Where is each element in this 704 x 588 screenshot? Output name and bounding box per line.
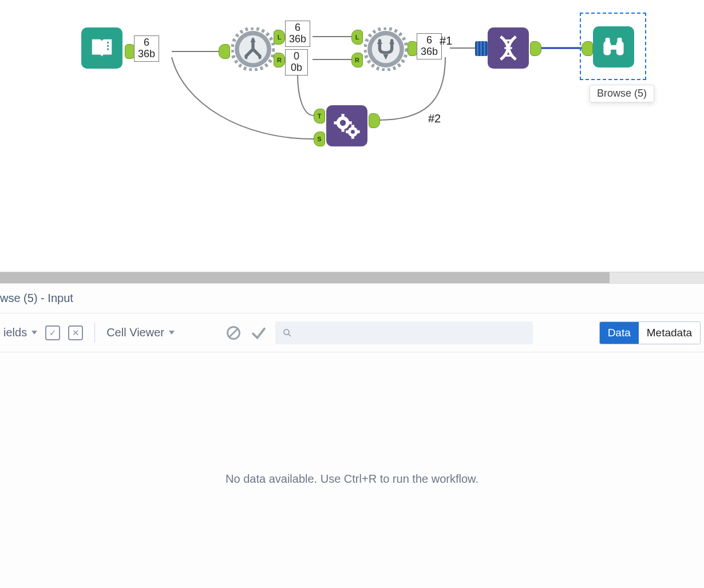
binoculars-icon — [600, 33, 627, 61]
results-toolbar: ields ✓ ✕ Cell Viewer — [0, 313, 704, 352]
deselect-all-icon[interactable]: ✕ — [68, 325, 83, 340]
svg-point-2 — [107, 48, 109, 50]
svg-rect-33 — [346, 130, 349, 133]
macro-in-s-anchor[interactable]: S — [314, 132, 325, 146]
browse-in-anchor[interactable] — [582, 41, 593, 56]
fields-dropdown[interactable]: ields — [3, 326, 37, 339]
union-out-tag: 6 36b — [417, 33, 442, 59]
caret-down-icon — [31, 331, 37, 335]
svg-rect-19 — [616, 41, 624, 55]
hash-1-label: #1 — [440, 34, 452, 47]
results-body: No data available. Use Ctrl+R to run the… — [0, 352, 704, 586]
svg-point-0 — [107, 42, 109, 43]
ban-icon — [226, 325, 242, 341]
svg-line-38 — [288, 334, 291, 336]
canvas-hscrollbar[interactable] — [0, 272, 704, 283]
data-tab[interactable]: Data — [600, 322, 639, 344]
helix-out-anchor[interactable] — [530, 41, 541, 56]
gear-split-icon — [231, 27, 275, 71]
select-all-icon[interactable]: ✓ — [45, 325, 60, 340]
results-search-input[interactable] — [275, 321, 533, 344]
cell-viewer-dropdown[interactable]: Cell Viewer — [106, 326, 175, 339]
data-metadata-toggle: Data Metadata — [599, 321, 701, 344]
split-bot-tag: 0 0b — [285, 49, 308, 76]
input-data-tool[interactable] — [81, 27, 122, 69]
split-out-l-anchor[interactable]: L — [274, 30, 285, 45]
toolbar-separator — [94, 323, 95, 343]
svg-rect-18 — [603, 41, 611, 55]
hash-2-label: #2 — [428, 112, 441, 125]
macro-out-anchor[interactable] — [369, 113, 380, 128]
split-out-r-anchor[interactable]: R — [274, 53, 285, 67]
apply-icon[interactable] — [250, 324, 267, 341]
macro-in-t-anchor[interactable]: T — [314, 109, 325, 124]
svg-rect-20 — [610, 45, 618, 50]
workflow-canvas[interactable]: 6 36b L R 6 36b 0 0b L R — [0, 0, 704, 272]
split-tool[interactable] — [231, 27, 270, 66]
svg-rect-22 — [617, 38, 622, 43]
svg-point-37 — [284, 329, 289, 335]
container-in-anchor[interactable] — [475, 41, 488, 56]
disabled-icon[interactable] — [225, 324, 242, 341]
empty-state-message: No data available. Use Ctrl+R to run the… — [0, 472, 704, 486]
svg-point-30 — [351, 130, 355, 134]
union-in-r-anchor[interactable]: R — [351, 53, 363, 67]
svg-rect-32 — [351, 136, 354, 138]
results-title: wse (5) - Input — [0, 284, 704, 313]
browse-caption: Browse (5) — [590, 85, 654, 102]
helix-tool[interactable] — [488, 27, 529, 69]
split-in-anchor[interactable] — [219, 44, 230, 59]
scroll-thumb[interactable] — [0, 272, 610, 283]
input-out-tag: 6 36b — [134, 35, 159, 62]
svg-rect-34 — [357, 130, 359, 133]
book-icon — [89, 35, 115, 61]
svg-rect-25 — [341, 114, 344, 118]
svg-rect-28 — [348, 121, 352, 124]
split-top-tag: 6 36b — [285, 21, 310, 47]
caret-down-icon — [169, 331, 175, 335]
browse-tool[interactable] — [593, 26, 634, 67]
svg-line-36 — [230, 329, 238, 337]
results-panel: wse (5) - Input ields ✓ ✕ Cell Viewer — [0, 283, 704, 588]
svg-rect-26 — [341, 128, 344, 132]
dna-icon — [494, 34, 523, 62]
macro-tool[interactable] — [326, 105, 367, 146]
svg-point-24 — [340, 120, 346, 126]
gear-union-icon — [364, 27, 408, 71]
svg-rect-21 — [606, 38, 610, 43]
svg-rect-31 — [351, 125, 354, 128]
union-tool[interactable] — [364, 27, 403, 66]
svg-rect-27 — [334, 121, 338, 124]
check-icon — [250, 324, 267, 341]
svg-point-1 — [107, 45, 109, 46]
search-icon — [282, 328, 292, 338]
gears-icon — [332, 111, 362, 141]
metadata-tab[interactable]: Metadata — [639, 322, 700, 344]
union-in-l-anchor[interactable]: L — [351, 30, 363, 45]
